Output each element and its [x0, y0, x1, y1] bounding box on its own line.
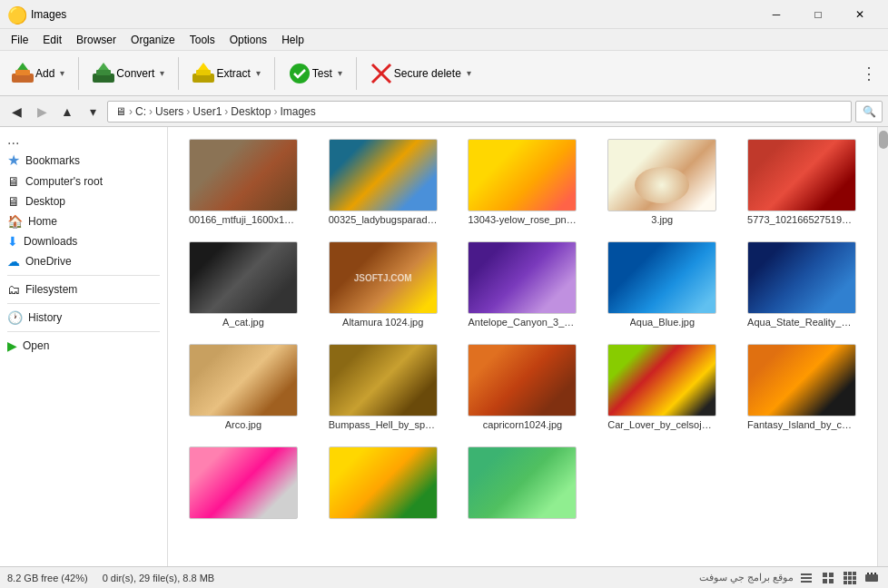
toolbar-more[interactable]: ⋮ — [853, 64, 884, 83]
file-item[interactable] — [175, 442, 311, 526]
file-item[interactable]: JSOFTJ.COM Altamura 1024.jpg — [315, 237, 451, 332]
sidebar-item-home[interactable]: 🏠 Home — [0, 211, 167, 231]
file-name: Antelope_Canyon_3_by... — [468, 317, 577, 328]
close-button[interactable]: ✕ — [839, 0, 881, 29]
file-thumbnail — [468, 139, 577, 211]
add-dropdown-arrow[interactable]: ▾ — [58, 68, 66, 78]
address-path[interactable]: 🖥 › C: › Users › User1 › Desktop › Image… — [107, 101, 852, 122]
file-thumbnail: JSOFTJ.COM — [329, 241, 438, 314]
file-name: Car_Lover_by_celsojuni... — [607, 419, 716, 430]
sidebar-label-history: History — [28, 311, 62, 324]
sidebar-label-downloads: Downloads — [24, 235, 77, 248]
file-item[interactable]: Car_Lover_by_celsojuni... — [594, 339, 730, 435]
svg-rect-14 — [801, 581, 812, 583]
file-item[interactable]: A_cat.jpg — [175, 237, 311, 332]
file-item[interactable]: 00166_mtfuji_1600x120... — [175, 134, 311, 230]
svg-rect-19 — [844, 572, 847, 575]
convert-label: Convert — [116, 67, 154, 80]
convert-dropdown-arrow[interactable]: ▾ — [158, 68, 166, 78]
status-bar-right: موقع برامج جي سوفت — [699, 569, 881, 587]
sidebar-divider-2 — [7, 303, 160, 304]
back-button[interactable]: ◀ — [5, 101, 27, 122]
separator-1 — [78, 57, 79, 90]
file-item[interactable]: Fantasy_Island_by_cels... — [734, 339, 870, 435]
file-thumbnail — [468, 344, 577, 416]
secure-delete-icon — [369, 61, 394, 86]
menu-bar: File Edit Browser Organize Tools Options… — [0, 29, 888, 51]
file-item[interactable]: 13043-yelow_rose_png... — [455, 134, 591, 230]
minimize-button[interactable]: ─ — [755, 0, 797, 29]
up-button[interactable]: ▲ — [56, 101, 78, 122]
status-bar: 8.2 GB free (42%) 0 dir(s), 29 file(s), … — [0, 566, 888, 588]
secure-delete-button[interactable]: Secure delete ▾ — [362, 55, 479, 92]
file-item[interactable]: 3.jpg — [594, 134, 730, 230]
file-name: Bumpass_Hell_by_sput... — [329, 419, 438, 430]
file-thumbnail — [468, 446, 577, 519]
add-button[interactable]: Add ▾ — [4, 55, 73, 92]
test-dropdown-arrow[interactable]: ▾ — [336, 68, 344, 78]
desktop-icon: 🖥 — [7, 194, 20, 209]
file-item[interactable]: 5773_102166527519_69... — [734, 134, 870, 230]
sidebar-item-open[interactable]: ▶ Open — [0, 336, 167, 356]
svg-rect-1 — [15, 70, 30, 75]
menu-organize[interactable]: Organize — [123, 32, 183, 48]
sidebar-item-desktop[interactable]: 🖥 Desktop — [0, 191, 167, 211]
sidebar-label-onedrive: OneDrive — [25, 255, 72, 268]
svg-rect-20 — [848, 572, 852, 575]
extract-dropdown-arrow[interactable]: ▾ — [254, 68, 262, 78]
dropdown-button[interactable]: ▾ — [82, 101, 104, 122]
scrollbar[interactable] — [877, 127, 888, 566]
test-icon — [287, 61, 312, 86]
file-item[interactable]: Antelope_Canyon_3_by... — [455, 237, 591, 332]
menu-help[interactable]: Help — [274, 32, 311, 48]
selection-info: 0 dir(s), 29 file(s), 8.8 MB — [103, 573, 214, 583]
sidebar: ... ★ Bookmarks 🖥 Computer's root 🖥 Desk… — [0, 127, 168, 566]
secure-delete-dropdown-arrow[interactable]: ▾ — [465, 68, 473, 78]
file-thumbnail — [329, 446, 438, 519]
view-details-button[interactable] — [797, 569, 815, 587]
menu-options[interactable]: Options — [222, 32, 274, 48]
sidebar-more-dots[interactable]: ... — [0, 131, 167, 149]
search-button[interactable]: 🔍 — [855, 101, 883, 122]
maximize-button[interactable]: □ — [797, 0, 839, 29]
bookmarks-label: Bookmarks — [25, 154, 80, 167]
scrollbar-thumb[interactable] — [879, 131, 888, 149]
view-filmstrip-button[interactable] — [863, 569, 881, 587]
sidebar-item-history[interactable]: 🕐 History — [0, 308, 167, 328]
menu-browser[interactable]: Browser — [69, 32, 123, 48]
disk-free: 8.2 GB free (42%) — [7, 573, 88, 583]
svg-point-9 — [290, 64, 310, 83]
file-item[interactable]: Aqua_Blue.jpg — [594, 237, 730, 332]
sidebar-item-filesystem[interactable]: 🗂 Filesystem — [0, 279, 167, 299]
file-item[interactable] — [315, 442, 451, 526]
file-item[interactable]: Aqua_State_Reality_by_... — [734, 237, 870, 332]
file-item[interactable]: Bumpass_Hell_by_sput... — [315, 339, 451, 435]
bookmarks-icon: ★ — [7, 152, 20, 169]
sidebar-label-computer-root: Computer's root — [25, 175, 103, 188]
menu-file[interactable]: File — [4, 32, 35, 48]
file-item[interactable]: 00325_ladybugsparadis... — [315, 134, 451, 230]
file-item[interactable]: Arco.jpg — [175, 339, 311, 435]
file-thumbnail — [189, 344, 298, 416]
view-list-button[interactable] — [819, 569, 837, 587]
extract-button[interactable]: Extract ▾ — [184, 55, 268, 92]
title-bar: 🟡 Images ─ □ ✕ — [0, 0, 888, 29]
add-label: Add — [35, 67, 54, 80]
test-button[interactable]: Test ▾ — [281, 55, 350, 92]
menu-tools[interactable]: Tools — [183, 32, 222, 48]
svg-rect-12 — [801, 573, 812, 575]
file-thumbnail — [329, 344, 438, 416]
sidebar-item-onedrive[interactable]: ☁ OneDrive — [0, 251, 167, 271]
details-icon — [799, 571, 814, 585]
view-thumbnails-button[interactable] — [841, 569, 859, 587]
sidebar-item-downloads[interactable]: ⬇ Downloads — [0, 231, 167, 251]
convert-button[interactable]: Convert ▾ — [84, 55, 173, 92]
menu-edit[interactable]: Edit — [35, 32, 69, 48]
file-item[interactable] — [455, 442, 591, 526]
sidebar-item-computer-root[interactable]: 🖥 Computer's root — [0, 172, 167, 191]
file-area[interactable]: 00166_mtfuji_1600x120... 00325_ladybugsp… — [168, 127, 877, 566]
file-item[interactable]: capricorn1024.jpg — [455, 339, 591, 435]
path-users: Users — [155, 105, 183, 118]
sidebar-divider-3 — [7, 331, 160, 332]
forward-button[interactable]: ▶ — [31, 101, 53, 122]
